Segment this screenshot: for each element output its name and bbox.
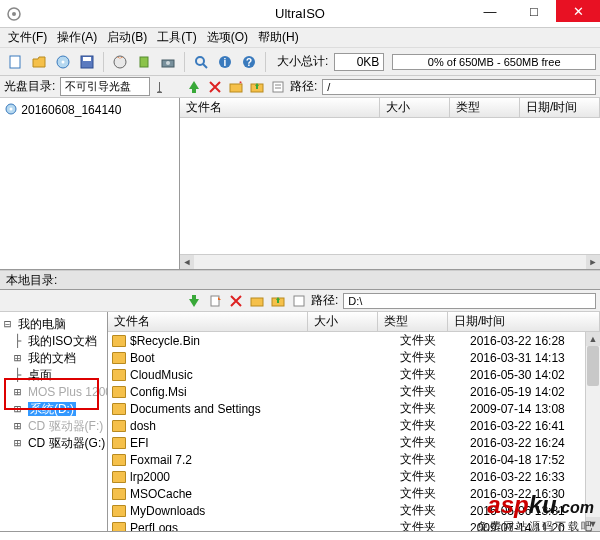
mount-icon[interactable] (157, 51, 179, 73)
app-icon (6, 6, 22, 22)
close-button[interactable]: ✕ (556, 0, 600, 22)
list-item[interactable]: MyDownloads文件夹2016-05-06 13:31 (108, 502, 600, 519)
disc-toolbar-row: 光盘目录: 不可引导光盘 * 路径: / (0, 76, 600, 98)
tree-node[interactable]: ├ 我的ISO文档 (4, 333, 103, 350)
up-icon[interactable] (248, 78, 266, 96)
disc-dir-label: 光盘目录: (4, 78, 55, 95)
menu-boot[interactable]: 启动(B) (103, 29, 151, 46)
svg-rect-20 (273, 82, 283, 92)
list-item[interactable]: $Recycle.Bin文件夹2016-03-22 16:28 (108, 332, 600, 349)
list-item[interactable]: Documents and Settings文件夹2009-07-14 13:0… (108, 400, 600, 417)
new-icon[interactable] (4, 51, 26, 73)
svg-point-7 (114, 56, 126, 68)
svg-rect-25 (211, 296, 219, 306)
capacity-bar: 0% of 650MB - 650MB free (392, 54, 596, 70)
lcol-size[interactable]: 大小 (308, 312, 378, 331)
up2-icon[interactable] (269, 292, 287, 310)
menubar: 文件(F) 操作(A) 启动(B) 工具(T) 选项(O) 帮助(H) (0, 28, 600, 48)
menu-file[interactable]: 文件(F) (4, 29, 51, 46)
disc-split: 20160608_164140 文件名 大小 类型 日期/时间 ◄► (0, 98, 600, 270)
local-tree-pane: ⊟ 我的电脑 ├ 我的ISO文档 ⊞ 我的文档 ├ 桌面 ⊞ MOS Plus … (0, 312, 108, 531)
burn-icon[interactable] (109, 51, 131, 73)
list-item[interactable]: EFI文件夹2016-03-22 16:24 (108, 434, 600, 451)
menu-tools[interactable]: 工具(T) (153, 29, 200, 46)
svg-point-4 (62, 60, 65, 63)
local-columns: 文件名 大小 类型 日期/时间 (108, 312, 600, 332)
disc-tree-root[interactable]: 20160608_164140 (4, 102, 175, 119)
maximize-button[interactable]: □ (512, 0, 556, 22)
open-cd-icon[interactable] (52, 51, 74, 73)
addfile-icon[interactable] (206, 292, 224, 310)
size-value: 0KB (334, 53, 384, 71)
list-item[interactable]: MSOCache文件夹2016-03-22 16:30 (108, 485, 600, 502)
disc-hscroll[interactable]: ◄► (180, 254, 600, 269)
disc-file-list[interactable] (180, 118, 600, 254)
compress-icon[interactable] (133, 51, 155, 73)
lcol-name[interactable]: 文件名 (108, 312, 308, 331)
size-label: 大小总计: (277, 53, 328, 70)
props2-icon[interactable] (290, 292, 308, 310)
svg-point-10 (166, 61, 170, 65)
open-icon[interactable] (28, 51, 50, 73)
list-item[interactable]: Foxmail 7.2文件夹2016-04-18 17:52 (108, 451, 600, 468)
svg-point-1 (12, 12, 16, 16)
tree-node[interactable]: ├ 桌面 (4, 367, 103, 384)
help-icon[interactable]: ? (238, 51, 260, 73)
local-dir-label: 本地目录: (6, 272, 57, 289)
boot-select[interactable]: 不可引导光盘 (60, 77, 150, 96)
note-icon[interactable] (153, 78, 171, 96)
col-type[interactable]: 类型 (450, 98, 520, 117)
tree-node[interactable]: ⊞ 我的文档 (4, 350, 103, 367)
svg-rect-2 (10, 56, 20, 68)
disc-path-label: 路径: (290, 78, 317, 95)
list-item[interactable]: dosh文件夹2016-03-22 16:41 (108, 417, 600, 434)
props-icon[interactable] (269, 78, 287, 96)
window-title: UltraISO (275, 6, 325, 21)
save-icon[interactable] (76, 51, 98, 73)
tree-node[interactable]: ⊞ 系统(D:) (4, 401, 103, 418)
disc-columns: 文件名 大小 类型 日期/时间 (180, 98, 600, 118)
list-item[interactable]: Config.Msi文件夹2016-05-19 14:02 (108, 383, 600, 400)
col-size[interactable]: 大小 (380, 98, 450, 117)
info-icon[interactable]: i (214, 51, 236, 73)
local-vscroll[interactable]: ▲▼ (585, 332, 600, 531)
svg-point-11 (196, 57, 204, 65)
svg-rect-8 (140, 57, 148, 67)
tree-node[interactable]: ⊞ CD 驱动器(F:) (4, 418, 103, 435)
list-item[interactable]: lrp2000文件夹2016-03-22 16:33 (108, 468, 600, 485)
list-item[interactable]: Boot文件夹2016-03-31 14:13 (108, 349, 600, 366)
add-icon[interactable] (185, 78, 203, 96)
lcol-type[interactable]: 类型 (378, 312, 448, 331)
svg-point-24 (10, 108, 13, 111)
local-split: ⊟ 我的电脑 ├ 我的ISO文档 ⊞ 我的文档 ├ 桌面 ⊞ MOS Plus … (0, 312, 600, 532)
tree-node[interactable]: ⊞ CD 驱动器(G:) (4, 435, 103, 452)
delete-icon[interactable] (227, 292, 245, 310)
menu-options[interactable]: 选项(O) (203, 29, 252, 46)
tree-node[interactable]: ⊞ MOS Plus 12005(C:) (4, 384, 103, 401)
newfolder-icon[interactable]: * (227, 78, 245, 96)
local-path-input[interactable]: D:\ (343, 293, 596, 309)
svg-line-12 (203, 64, 207, 68)
disc-file-pane: 文件名 大小 类型 日期/时间 ◄► (180, 98, 600, 269)
local-path-label: 路径: (311, 292, 338, 309)
menu-action[interactable]: 操作(A) (53, 29, 101, 46)
disc-path-input[interactable]: / (322, 79, 596, 95)
col-name[interactable]: 文件名 (180, 98, 380, 117)
find-icon[interactable] (190, 51, 212, 73)
remove-icon[interactable] (206, 78, 224, 96)
tree-node[interactable]: ⊟ 我的电脑 (4, 316, 103, 333)
menu-help[interactable]: 帮助(H) (254, 29, 303, 46)
col-date[interactable]: 日期/时间 (520, 98, 600, 117)
local-toolbar-row: 路径: D:\ (0, 290, 600, 312)
newfolder2-icon[interactable] (248, 292, 266, 310)
window-controls: — □ ✕ (468, 0, 600, 22)
svg-text:i: i (224, 57, 227, 68)
list-item[interactable]: PerfLogs文件夹2009-07-14 11:20 (108, 519, 600, 531)
local-file-list[interactable]: $Recycle.Bin文件夹2016-03-22 16:28Boot文件夹20… (108, 332, 600, 531)
extract-icon[interactable] (185, 292, 203, 310)
minimize-button[interactable]: — (468, 0, 512, 22)
main-toolbar: i ? 大小总计: 0KB 0% of 650MB - 650MB free (0, 48, 600, 76)
lcol-date[interactable]: 日期/时间 (448, 312, 600, 331)
disc-tree-pane: 20160608_164140 (0, 98, 180, 269)
list-item[interactable]: CloudMusic文件夹2016-05-30 14:02 (108, 366, 600, 383)
